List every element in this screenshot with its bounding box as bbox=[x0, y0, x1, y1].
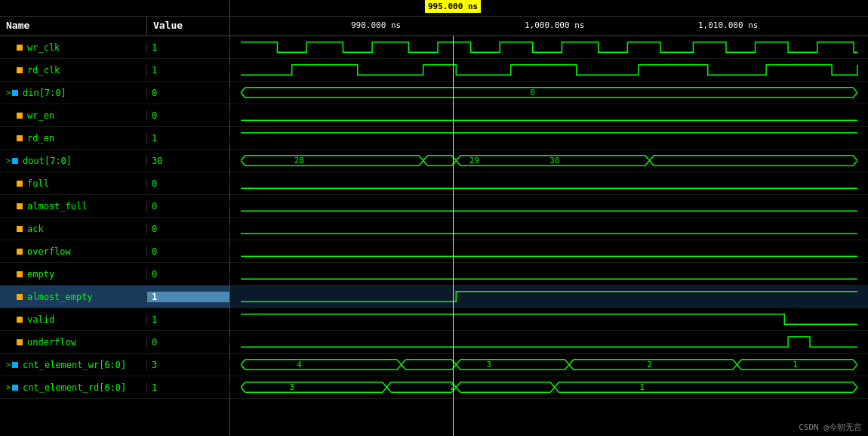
wire-icon bbox=[17, 43, 25, 51]
waveform-row bbox=[230, 263, 868, 286]
signal-value-cell: 0 bbox=[147, 224, 230, 234]
waveform-svg: 0 bbox=[230, 82, 868, 104]
waveform-rows: 02829304321321 bbox=[230, 36, 868, 436]
waveform-row: 321 bbox=[230, 376, 868, 399]
wire-icon bbox=[17, 224, 25, 233]
signal-value-cell: 1 bbox=[147, 65, 230, 76]
svg-text:2: 2 bbox=[450, 382, 454, 392]
waveform-svg bbox=[230, 308, 868, 330]
signal-row[interactable]: underflow0 bbox=[0, 331, 229, 354]
signal-value-cell: 0 bbox=[147, 201, 230, 212]
timeline-header: 995.000 ns bbox=[230, 0, 868, 16]
signal-row[interactable]: > cnt_element_wr[6:0]3 bbox=[0, 354, 229, 376]
waveform-row bbox=[230, 240, 868, 263]
signal-value-cell: 1 bbox=[147, 382, 230, 393]
bus-icon bbox=[12, 88, 20, 97]
expand-arrow-icon[interactable]: > bbox=[6, 156, 11, 165]
waveform-row bbox=[230, 308, 868, 331]
waveform-svg bbox=[230, 331, 868, 353]
signal-name-cell: rd_en bbox=[0, 133, 147, 144]
wire-icon bbox=[17, 315, 25, 323]
waveform-row bbox=[230, 331, 868, 354]
signal-value-cell: 1 bbox=[147, 133, 230, 144]
expand-arrow-icon[interactable]: > bbox=[6, 88, 11, 97]
waveform-svg bbox=[230, 172, 868, 194]
signal-name-text: overflow bbox=[27, 246, 71, 257]
signal-name-cell: almost_full bbox=[0, 201, 147, 212]
column-headers: Name Value 990.000 ns1,000.000 ns1,010.0… bbox=[0, 17, 868, 36]
expand-arrow-icon[interactable]: > bbox=[6, 383, 11, 391]
waveform-svg bbox=[230, 286, 868, 308]
signal-name-text: valid bbox=[27, 314, 54, 325]
signal-name-text: wr_en bbox=[27, 110, 54, 121]
left-panel: wr_clk1rd_clk1> din[7:0]0wr_en0rd_en1> d… bbox=[0, 36, 230, 436]
signal-value-cell: 3 bbox=[147, 360, 230, 370]
waveform-svg bbox=[230, 36, 868, 58]
signal-row[interactable]: almost_empty1 bbox=[0, 286, 229, 308]
waveform-row: 4321 bbox=[230, 354, 868, 376]
svg-text:0: 0 bbox=[531, 88, 535, 97]
signal-value-cell: 0 bbox=[147, 246, 230, 257]
svg-text:4: 4 bbox=[297, 360, 301, 370]
signal-name-text: rd_clk bbox=[27, 65, 60, 76]
signal-name-text: cnt_element_rd[6:0] bbox=[23, 382, 126, 393]
signal-name-cell: valid bbox=[0, 314, 147, 325]
waveform-svg bbox=[230, 104, 868, 126]
signal-name-list: wr_clk1rd_clk1> din[7:0]0wr_en0rd_en1> d… bbox=[0, 36, 229, 436]
wire-icon bbox=[17, 66, 25, 74]
signal-name-cell: underflow bbox=[0, 337, 147, 348]
waveform-svg bbox=[230, 59, 868, 81]
signal-name-text: cnt_element_wr[6:0] bbox=[23, 360, 126, 370]
top-marker-bar: 995.000 ns bbox=[0, 0, 868, 17]
wire-icon bbox=[17, 338, 25, 346]
cursor-time-marker: 995.000 ns bbox=[425, 0, 481, 13]
signal-value-cell: 1 bbox=[147, 42, 230, 53]
bus-icon bbox=[12, 383, 20, 391]
signal-name-cell: almost_empty bbox=[0, 292, 147, 302]
wire-icon bbox=[17, 270, 25, 278]
signal-name-cell: ack bbox=[0, 224, 147, 234]
signal-name-text: rd_en bbox=[27, 133, 54, 144]
waveform-row bbox=[230, 59, 868, 82]
signal-row[interactable]: > dout[7:0]30 bbox=[0, 150, 229, 172]
signal-name-cell: wr_clk bbox=[0, 42, 147, 53]
signal-row[interactable]: wr_clk1 bbox=[0, 36, 229, 59]
signal-row[interactable]: wr_en0 bbox=[0, 104, 229, 127]
signal-row[interactable]: ack0 bbox=[0, 218, 229, 240]
signal-name-text: underflow bbox=[27, 337, 76, 348]
signal-name-text: full bbox=[27, 178, 49, 189]
time-label: 1,010.000 ns bbox=[698, 20, 758, 30]
signal-value-cell: 1 bbox=[147, 314, 230, 325]
wire-icon bbox=[17, 134, 25, 142]
signal-row[interactable]: rd_clk1 bbox=[0, 59, 229, 82]
waveform-svg: 282930 bbox=[230, 150, 868, 172]
waveform-svg: 321 bbox=[230, 376, 868, 398]
signal-value-cell: 0 bbox=[147, 337, 230, 348]
wire-icon bbox=[17, 179, 25, 187]
signal-row[interactable]: almost_full0 bbox=[0, 195, 229, 218]
signal-row[interactable]: > din[7:0]0 bbox=[0, 82, 229, 104]
wire-icon bbox=[17, 247, 25, 255]
signal-row[interactable]: > cnt_element_rd[6:0]1 bbox=[0, 376, 229, 399]
signal-name-text: empty bbox=[27, 269, 54, 280]
waveform-svg bbox=[230, 240, 868, 262]
waveform-row bbox=[230, 195, 868, 218]
svg-text:2: 2 bbox=[647, 360, 651, 370]
left-spacer bbox=[0, 0, 230, 16]
signal-value-cell: 0 bbox=[147, 110, 230, 121]
signal-row[interactable]: empty0 bbox=[0, 263, 229, 286]
signal-row[interactable]: overflow0 bbox=[0, 240, 229, 263]
svg-text:30: 30 bbox=[549, 156, 559, 165]
signal-row[interactable]: valid1 bbox=[0, 308, 229, 331]
signal-value-cell: 0 bbox=[147, 178, 230, 189]
svg-text:1: 1 bbox=[793, 360, 798, 370]
timeline-scale-header: 990.000 ns1,000.000 ns1,010.000 ns1,020. bbox=[230, 17, 868, 36]
signal-row[interactable]: rd_en1 bbox=[0, 127, 229, 150]
svg-text:29: 29 bbox=[469, 156, 479, 165]
waveform-svg: 4321 bbox=[230, 354, 868, 376]
expand-arrow-icon[interactable]: > bbox=[6, 360, 11, 369]
signal-row[interactable]: full0 bbox=[0, 172, 229, 195]
waveform-svg bbox=[230, 218, 868, 240]
waveform-svg bbox=[230, 195, 868, 217]
signal-name-cell: > cnt_element_rd[6:0] bbox=[0, 382, 147, 393]
